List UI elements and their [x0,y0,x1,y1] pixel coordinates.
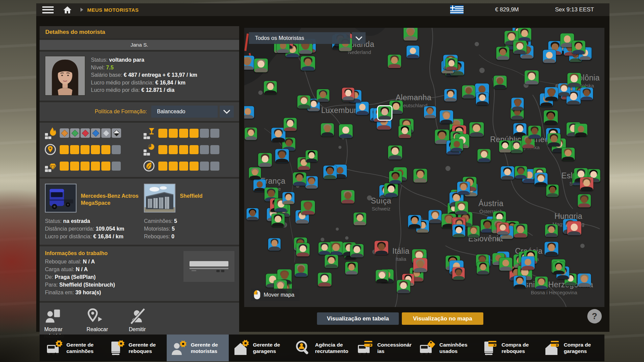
driver-marker[interactable] [580,177,593,191]
nav-item-dealers[interactable]: Concessionárias [353,335,415,361]
driver-marker[interactable] [575,124,587,136]
driver-marker[interactable] [440,110,453,124]
driver-marker[interactable] [450,139,463,151]
driver-marker[interactable] [468,226,480,238]
chevron-down-icon[interactable] [220,106,234,118]
driver-marker[interactable] [521,256,535,270]
driver-marker[interactable] [578,194,591,207]
driver-marker[interactable] [553,262,565,274]
driver-marker[interactable] [547,133,560,146]
driver-marker[interactable] [534,173,547,186]
driver-marker[interactable] [452,267,465,280]
driver-marker[interactable] [543,50,556,63]
driver-marker[interactable] [245,127,257,140]
driver-marker[interactable] [567,221,581,235]
driver-marker[interactable] [404,28,418,41]
driver-filter-select[interactable]: Todos os Motoristas [249,32,350,44]
driver-marker[interactable] [397,280,410,293]
driver-marker[interactable] [345,262,358,275]
driver-marker[interactable] [478,149,491,162]
selected-driver-marker[interactable] [378,106,391,120]
driver-marker[interactable] [384,183,398,197]
driver-marker[interactable] [271,214,284,227]
driver-marker[interactable] [510,140,523,153]
driver-marker[interactable] [306,150,318,162]
driver-marker[interactable] [535,277,548,289]
nav-item-buy-trailers[interactable]: Compra de reboques [477,335,539,361]
driver-marker[interactable] [408,215,421,228]
driver-marker[interactable] [376,270,388,283]
driver-marker[interactable] [580,87,593,100]
table-view-button[interactable]: Visualização em tabela [317,312,399,325]
home-garage-card[interactable]: Sheffield [144,184,234,213]
driver-marker[interactable] [525,70,539,84]
driver-marker[interactable] [323,166,337,179]
map-view-button[interactable]: Visualização no mapa [402,312,483,325]
chevron-down-icon[interactable] [352,32,366,44]
driver-marker[interactable] [244,106,254,119]
driver-marker[interactable] [567,73,581,86]
driver-marker[interactable] [296,243,310,256]
driver-marker[interactable] [264,81,277,94]
driver-marker[interactable] [499,257,512,270]
driver-marker[interactable] [518,28,531,41]
nav-item-trailer-manager[interactable]: Gerente de reboques [104,335,166,361]
driver-marker[interactable] [445,58,458,70]
driver-marker[interactable] [293,172,306,186]
driver-marker[interactable] [268,238,281,250]
driver-marker[interactable] [258,153,272,167]
driver-marker[interactable] [354,213,366,225]
driver-marker[interactable] [469,122,484,137]
driver-marker[interactable] [497,223,509,235]
driver-marker[interactable] [545,87,558,101]
driver-marker[interactable] [476,93,489,105]
driver-marker[interactable] [413,258,427,272]
help-button[interactable]: ? [587,309,602,323]
home-icon[interactable] [63,6,72,14]
driver-marker[interactable] [444,89,457,101]
driver-marker[interactable] [317,89,329,102]
driver-marker[interactable] [546,185,559,197]
driver-marker[interactable] [514,224,527,237]
nav-item-garage-manager[interactable]: Gerente de garagens [229,335,291,361]
driver-marker[interactable] [321,123,334,136]
driver-marker[interactable] [496,47,509,60]
driver-marker[interactable] [339,124,353,138]
driver-marker[interactable] [407,46,419,58]
driver-marker[interactable] [271,128,285,142]
assigned-truck-card[interactable]: Mercedes-Benz Actros MegaSpace [45,184,142,213]
driver-name[interactable]: Jana S. [40,40,239,50]
driver-marker[interactable] [350,244,364,257]
driver-marker[interactable] [528,126,541,138]
driver-marker[interactable] [247,208,259,220]
driver-marker[interactable] [414,169,427,182]
greece-flag-icon[interactable] [450,5,464,14]
driver-marker[interactable] [477,262,489,275]
driver-marker[interactable] [388,145,402,160]
driver-marker[interactable] [462,85,475,98]
driver-marker[interactable] [244,56,254,70]
driver-marker[interactable] [389,101,403,114]
driver-marker[interactable] [294,264,308,277]
driver-marker[interactable] [429,210,442,223]
driver-marker[interactable] [455,201,468,215]
nav-item-truck-manager[interactable]: Gerente de caminhões [42,335,104,361]
driver-marker[interactable] [275,149,289,163]
driver-marker[interactable] [375,241,388,255]
driver-marker[interactable] [561,147,575,161]
driver-marker[interactable] [341,190,355,203]
driver-marker[interactable] [544,110,558,124]
nav-item-driver-manager[interactable]: Gerente de motoristas [167,335,229,361]
driver-marker[interactable] [282,192,294,204]
driver-marker[interactable] [298,95,311,108]
driver-marker[interactable] [388,55,401,68]
driver-marker[interactable] [254,58,268,72]
driver-marker[interactable] [499,140,511,153]
driver-marker[interactable] [301,56,315,70]
training-policy-dropdown[interactable]: Balanceado [151,106,218,118]
nav-item-recruitment-agency[interactable]: Agência de recrutamento [291,335,353,361]
driver-marker[interactable] [301,200,315,215]
driver-marker[interactable] [389,171,402,184]
nav-item-used-trucks[interactable]: Caminhões usados [415,335,477,361]
driver-marker[interactable] [501,166,514,180]
